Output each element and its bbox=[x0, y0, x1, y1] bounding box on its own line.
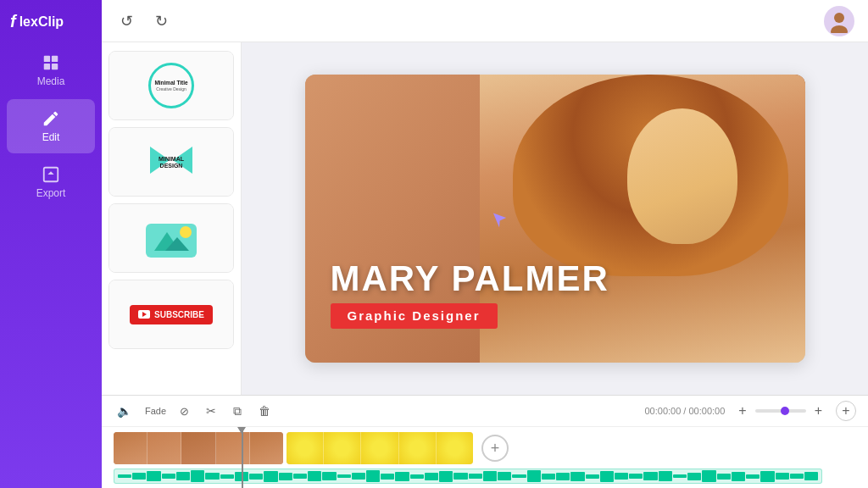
cut-button[interactable]: ✂ bbox=[203, 402, 220, 419]
add-clip-button[interactable]: + bbox=[481, 435, 509, 462]
edit-icon bbox=[42, 109, 60, 128]
content-area: Minimal Title Creative Design bbox=[102, 42, 868, 395]
mountain-svg bbox=[142, 215, 201, 262]
svg-rect-2 bbox=[44, 64, 50, 69]
main-area: ↺ ↻ Minimal Title Creative Desi bbox=[102, 0, 868, 488]
video-track: + bbox=[114, 431, 856, 465]
sidebar-item-export-label: Export bbox=[36, 187, 66, 199]
grid-icon bbox=[42, 53, 60, 72]
zoom-track bbox=[755, 409, 806, 413]
clip-person[interactable] bbox=[114, 432, 283, 464]
track-wrapper: + bbox=[114, 431, 856, 484]
toolbar-left: ↺ ↻ bbox=[115, 8, 173, 34]
clip-lemon[interactable] bbox=[287, 432, 473, 464]
time-display: 00:00:00 / 00:00:00 bbox=[645, 406, 726, 416]
left-panel: Minimal Title Creative Design bbox=[102, 42, 242, 395]
sidebar: f lexClip Media Edit Export bbox=[0, 0, 102, 488]
template-preview-2: MINIMAL DESIGN bbox=[109, 128, 233, 196]
duplicate-button[interactable]: ⧉ bbox=[230, 402, 245, 420]
video-preview: MARY PALMER Graphic Designer bbox=[305, 75, 805, 363]
svg-rect-3 bbox=[52, 64, 58, 69]
sidebar-item-edit-label: Edit bbox=[42, 131, 60, 143]
fade-label: Fade bbox=[145, 406, 166, 416]
audio-track-row bbox=[114, 469, 822, 484]
tpl1-title-text: Minimal Title bbox=[154, 80, 187, 86]
sidebar-item-media[interactable]: Media bbox=[0, 43, 102, 97]
tpl2-subtitle-text: DESIGN bbox=[159, 162, 184, 168]
zoom-thumb[interactable] bbox=[781, 407, 789, 415]
preview-person-title: Graphic Designer bbox=[348, 308, 481, 323]
logo-f-letter: f bbox=[10, 12, 16, 31]
template-preview-3 bbox=[109, 204, 233, 272]
sidebar-item-edit[interactable]: Edit bbox=[7, 99, 95, 153]
sidebar-item-media-label: Media bbox=[37, 75, 65, 87]
svg-point-6 bbox=[831, 25, 848, 33]
svg-rect-1 bbox=[52, 56, 58, 62]
delete-button[interactable]: 🗑 bbox=[255, 402, 274, 419]
add-track-button[interactable]: + bbox=[836, 401, 856, 421]
template-card-minimal-title[interactable]: Minimal Title Creative Design bbox=[108, 51, 234, 120]
youtube-icon bbox=[138, 310, 150, 319]
face-area bbox=[627, 108, 737, 244]
timeline-controls: 🔈 Fade ⊘ ✂ ⧉ 🗑 00:00:00 / 00:00:00 + + + bbox=[102, 396, 868, 427]
avatar-icon bbox=[827, 9, 851, 33]
volume-button[interactable]: 🔈 bbox=[114, 402, 135, 419]
preview-person-name: MARY PALMER bbox=[331, 261, 780, 297]
undo-button[interactable]: ↺ bbox=[115, 8, 138, 34]
avatar[interactable] bbox=[824, 6, 854, 36]
toolbar: ↺ ↻ bbox=[102, 0, 868, 42]
timeline-tracks: + bbox=[102, 427, 868, 488]
template-preview-4: SUBSCRIBE bbox=[109, 280, 233, 348]
split-button[interactable]: ⊘ bbox=[176, 403, 192, 419]
app-logo: f lexClip bbox=[0, 0, 102, 43]
tpl1-subtitle-text: Creative Design bbox=[154, 86, 187, 92]
template-card-minimal-design[interactable]: MINIMAL DESIGN bbox=[108, 127, 234, 197]
timeline: 🔈 Fade ⊘ ✂ ⧉ 🗑 00:00:00 / 00:00:00 + + + bbox=[102, 395, 868, 488]
redo-button[interactable]: ↻ bbox=[150, 8, 173, 34]
audio-track bbox=[114, 469, 822, 484]
template-card-subscribe[interactable]: SUBSCRIBE bbox=[108, 280, 234, 349]
audio-waveform bbox=[114, 470, 821, 482]
subscribe-button[interactable]: SUBSCRIBE bbox=[130, 305, 213, 324]
zoom-out-button[interactable]: + bbox=[735, 402, 749, 420]
svg-point-5 bbox=[834, 13, 844, 23]
logo-text: lexClip bbox=[19, 14, 64, 30]
svg-point-12 bbox=[180, 226, 192, 238]
subscribe-label: SUBSCRIBE bbox=[154, 310, 204, 319]
sidebar-item-export[interactable]: Export bbox=[0, 155, 102, 209]
cursor-arrow-icon bbox=[489, 208, 514, 236]
zoom-in-button[interactable]: + bbox=[811, 402, 826, 420]
playhead bbox=[242, 427, 243, 488]
zoom-controls: + + bbox=[735, 402, 826, 420]
preview-overlay: MARY PALMER Graphic Designer bbox=[331, 261, 780, 329]
preview-area: MARY PALMER Graphic Designer bbox=[242, 42, 868, 395]
preview-title-bar: Graphic Designer bbox=[331, 303, 498, 329]
tpl2-title-text: MINIMAL bbox=[159, 156, 184, 163]
svg-rect-0 bbox=[44, 56, 50, 62]
template-card-mountain[interactable] bbox=[108, 203, 234, 273]
template-preview-1: Minimal Title Creative Design bbox=[109, 52, 233, 119]
export-icon bbox=[42, 165, 60, 184]
